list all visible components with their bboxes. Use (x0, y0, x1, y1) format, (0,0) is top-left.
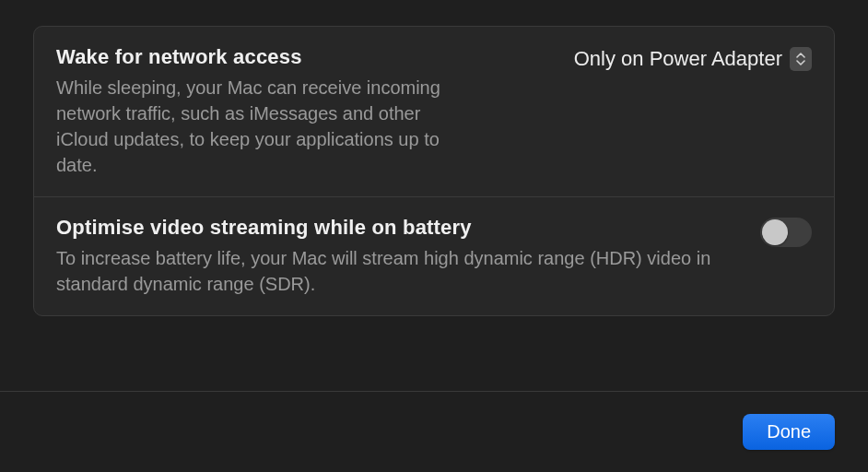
toggle-knob (762, 219, 788, 245)
settings-group: Wake for network access While sleeping, … (33, 26, 835, 316)
setting-control (760, 216, 812, 247)
done-button[interactable]: Done (743, 414, 835, 450)
chevron-up-down-icon (790, 47, 812, 71)
setting-wake-network: Wake for network access While sleeping, … (34, 27, 834, 196)
dropdown-value: Only on Power Adapter (574, 47, 782, 71)
setting-title: Optimise video streaming while on batter… (56, 216, 738, 240)
setting-text: Wake for network access While sleeping, … (56, 45, 552, 178)
wake-network-dropdown[interactable]: Only on Power Adapter (574, 45, 812, 71)
dialog-footer: Done (0, 391, 868, 472)
setting-description: To increase battery life, your Mac will … (56, 245, 738, 297)
setting-title: Wake for network access (56, 45, 552, 69)
setting-text: Optimise video streaming while on batter… (56, 216, 738, 297)
setting-optimise-video: Optimise video streaming while on batter… (34, 196, 834, 315)
setting-description: While sleeping, your Mac can receive inc… (56, 75, 443, 178)
settings-content: Wake for network access While sleeping, … (0, 0, 868, 354)
optimise-video-toggle[interactable] (760, 218, 812, 247)
